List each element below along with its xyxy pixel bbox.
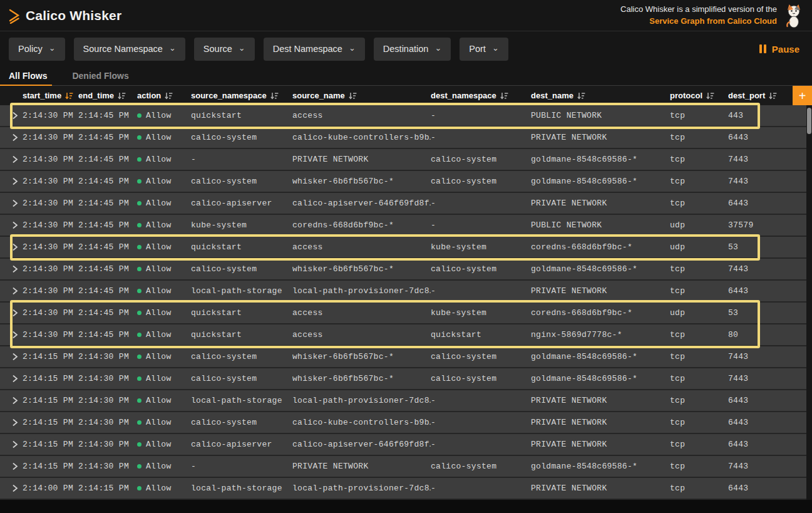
cell-end-time: 2:14:30 PM	[78, 374, 137, 383]
scrollbar-thumb[interactable]	[807, 108, 811, 134]
cell-dest-port: 443	[728, 111, 806, 120]
expand-chevron-icon[interactable]	[0, 331, 23, 338]
table-row[interactable]: 2:14:15 PM2:14:30 PMAllowlocal-path-stor…	[0, 390, 806, 412]
table-row[interactable]: 2:14:15 PM2:14:30 PMAllowcalico-apiserve…	[0, 434, 806, 456]
sort-icon[interactable]	[118, 92, 126, 100]
table-row[interactable]: 2:14:30 PM2:14:45 PMAllowquickstartacces…	[0, 237, 806, 259]
column-header-source_namespace[interactable]: source_namespace	[191, 91, 292, 100]
cell-dest-name: goldmane-8548c69586-*	[531, 374, 670, 383]
column-header-dest_name[interactable]: dest_name	[531, 91, 670, 100]
pause-button[interactable]: Pause	[756, 43, 803, 55]
expand-chevron-icon[interactable]	[0, 309, 23, 316]
cell-protocol: tcp	[670, 418, 728, 427]
expand-chevron-icon[interactable]	[0, 112, 23, 119]
column-header-start_time[interactable]: start_time	[23, 91, 78, 100]
table-row[interactable]: 2:14:30 PM2:14:45 PMAllowlocal-path-stor…	[0, 281, 806, 303]
expand-chevron-icon[interactable]	[0, 200, 23, 207]
table-row[interactable]: 2:14:30 PM2:14:45 PMAllowcalico-apiserve…	[0, 193, 806, 215]
expand-chevron-icon[interactable]	[0, 244, 23, 251]
cell-dest-port: 6443	[728, 133, 806, 142]
cell-dest-port: 6443	[728, 440, 806, 449]
expand-chevron-icon[interactable]	[0, 419, 23, 426]
service-graph-link[interactable]: Service Graph from Calico Cloud	[620, 16, 777, 28]
filter-button-policy[interactable]: Policy⌄	[9, 38, 65, 61]
cell-end-time: 2:14:45 PM	[78, 155, 137, 164]
cell-action: Allow	[137, 396, 191, 405]
cell-end-time: 2:14:45 PM	[78, 133, 137, 142]
filter-button-source[interactable]: Source⌄	[194, 38, 255, 61]
allow-status-dot	[137, 486, 141, 490]
filter-button-source-namespace[interactable]: Source Namespace⌄	[74, 38, 185, 61]
expand-chevron-icon[interactable]	[0, 375, 23, 382]
column-header-protocol[interactable]: protocol	[670, 91, 728, 100]
add-column-button[interactable]: +	[793, 86, 812, 105]
table-row[interactable]: 2:14:30 PM2:14:45 PMAllowkube-systemcore…	[0, 215, 806, 237]
cell-source-name: calico-apiserver-646f69fd8f…	[292, 199, 431, 208]
table-row[interactable]: 2:14:30 PM2:14:45 PMAllowcalico-systemwh…	[0, 171, 806, 193]
sort-icon[interactable]	[706, 92, 714, 100]
table-row[interactable]: 2:14:15 PM2:14:30 PMAllowcalico-systemwh…	[0, 346, 806, 368]
cell-action: Allow	[137, 286, 191, 296]
cell-end-time: 2:14:30 PM	[78, 418, 137, 427]
table-row[interactable]: 2:14:30 PM2:14:45 PMAllowcalico-systemwh…	[0, 259, 806, 281]
expand-chevron-icon[interactable]	[0, 463, 23, 470]
allow-status-dot	[137, 376, 141, 381]
cell-source-name: access	[292, 308, 431, 318]
filter-label: Source Namespace	[83, 44, 163, 54]
table-row[interactable]: 2:14:15 PM2:14:30 PMAllowcalico-systemca…	[0, 412, 806, 434]
table-row[interactable]: 2:14:00 PM2:14:15 PMAllowlocal-path-stor…	[0, 478, 806, 500]
column-header-dest_namespace[interactable]: dest_namespace	[431, 91, 531, 100]
expand-chevron-icon[interactable]	[0, 288, 23, 294]
filter-button-port[interactable]: Port⌄	[460, 38, 508, 61]
table-row[interactable]: 2:14:30 PM2:14:45 PMAllowquickstartacces…	[0, 105, 806, 127]
table-row[interactable]: 2:14:30 PM2:14:45 PMAllowquickstartacces…	[0, 303, 806, 324]
expand-chevron-icon[interactable]	[0, 353, 23, 360]
table-row[interactable]: 2:14:30 PM2:14:45 PMAllowquickstartacces…	[0, 324, 806, 346]
table-row[interactable]: 2:14:15 PM2:14:30 PMAllowcalico-systemwh…	[0, 368, 806, 390]
sort-icon[interactable]	[165, 92, 173, 100]
cell-dest-name: PRIVATE NETWORK	[531, 484, 670, 493]
expand-chevron-icon[interactable]	[0, 222, 23, 229]
expand-chevron-icon[interactable]	[0, 156, 23, 163]
cell-dest-namespace: -	[431, 396, 531, 405]
table-row[interactable]: 2:14:30 PM2:14:45 PMAllowcalico-systemca…	[0, 127, 806, 149]
cell-source-namespace: calico-apiserver	[191, 199, 292, 208]
filter-bar: Policy⌄Source Namespace⌄Source⌄Dest Name…	[0, 32, 812, 66]
cell-action: Allow	[137, 155, 191, 164]
sort-icon[interactable]	[65, 92, 73, 100]
cell-source-namespace: calico-system	[191, 418, 292, 427]
cell-source-name: whisker-6b6fb567bc-*	[292, 374, 431, 383]
filter-button-destination[interactable]: Destination⌄	[374, 38, 451, 61]
column-header-end_time[interactable]: end_time	[78, 91, 137, 100]
expand-chevron-icon[interactable]	[0, 397, 23, 404]
cell-end-time: 2:14:45 PM	[78, 199, 137, 208]
cell-dest-name: goldmane-8548c69586-*	[531, 462, 670, 471]
cell-dest-name: PRIVATE NETWORK	[531, 396, 670, 405]
top-bar: Calico Whisker Calico Whisker is a simpl…	[0, 0, 812, 31]
cell-protocol: udp	[670, 220, 728, 230]
expand-chevron-icon[interactable]	[0, 441, 23, 448]
cell-dest-name: goldmane-8548c69586-*	[531, 352, 670, 361]
tab-denied-flows[interactable]: Denied Flows	[69, 66, 131, 85]
calico-flow-logo-icon	[8, 8, 23, 24]
cell-dest-namespace: -	[431, 133, 531, 142]
filter-button-dest-namespace[interactable]: Dest Namespace⌄	[264, 38, 365, 61]
column-header-action[interactable]: action	[137, 91, 191, 100]
table-row[interactable]: 2:14:15 PM2:14:30 PMAllow-PRIVATE NETWOR…	[0, 456, 806, 478]
expand-chevron-icon[interactable]	[0, 134, 23, 141]
table-row[interactable]: 2:14:30 PM2:14:45 PMAllow-PRIVATE NETWOR…	[0, 149, 806, 171]
expand-chevron-icon[interactable]	[0, 266, 23, 272]
expand-chevron-icon[interactable]	[0, 178, 23, 185]
tab-all-flows[interactable]: All Flows	[6, 66, 49, 85]
sort-icon[interactable]	[349, 92, 357, 100]
flow-tabs: All FlowsDenied Flows	[0, 66, 812, 86]
sort-icon[interactable]	[270, 92, 279, 100]
sort-icon[interactable]	[769, 92, 777, 100]
expand-chevron-icon[interactable]	[0, 485, 23, 492]
sort-icon[interactable]	[577, 92, 585, 100]
allow-status-dot	[137, 355, 141, 359]
cell-action: Allow	[137, 374, 191, 383]
sort-icon[interactable]	[500, 92, 508, 100]
column-header-source_name[interactable]: source_name	[292, 91, 431, 100]
cell-dest-namespace: -	[431, 111, 531, 120]
